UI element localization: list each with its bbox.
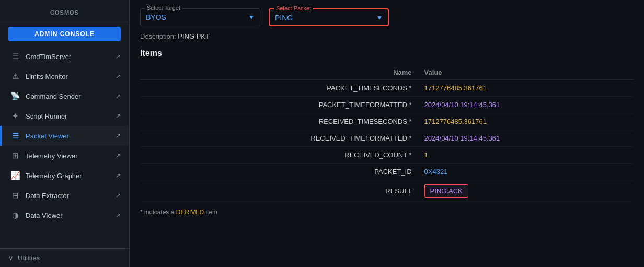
select-packet-arrow: ▼ <box>376 14 383 21</box>
item-name: RECEIVED_COUNT * <box>140 147 418 164</box>
item-value-span: 1712776485.361761 <box>424 84 487 92</box>
items-section-title: Items <box>140 49 634 58</box>
sidebar-label-telemetry-grapher: Telemetry Grapher <box>26 172 82 180</box>
main-content: Select Target BYOS ▼ Select Packet PING … <box>130 0 644 267</box>
command-sender-icon: 📡 <box>10 91 20 101</box>
item-value-span: 1712776485.361761 <box>424 118 487 125</box>
item-value: 1 <box>418 147 634 164</box>
sidebar-item-command-sender[interactable]: 📡 Command Sender ↗ <box>0 86 129 106</box>
item-value: PING:ACK <box>418 180 634 202</box>
sidebar-item-script-runner[interactable]: ✦ Script Runner ↗ <box>0 106 129 126</box>
sidebar-label-data-viewer: Data Viewer <box>26 212 63 219</box>
external-link-icon-telemetry: ↗ <box>116 152 121 159</box>
logo-text: COSMOS <box>8 9 121 16</box>
external-link-icon-extractor: ↗ <box>116 192 121 199</box>
footnote-suffix: item <box>204 208 217 216</box>
table-row: PACKET_ID0X4321 <box>140 164 634 180</box>
sidebar-item-cmdtlmserver[interactable]: ☰ CmdTlmServer ↗ <box>0 47 129 66</box>
script-runner-icon: ✦ <box>10 111 20 121</box>
item-value-span: 2024/04/10 19:14:45.361 <box>424 101 500 109</box>
sidebar-item-telemetry-viewer[interactable]: ⊞ Telemetry Viewer ↗ <box>0 146 129 166</box>
item-value-span: 1 <box>424 151 428 159</box>
item-value: 0X4321 <box>418 164 634 180</box>
item-name: RECEIVED_TIMEFORMATTED * <box>140 130 418 147</box>
items-table: Name Value PACKET_TIMESECONDS *171277648… <box>140 65 634 202</box>
limits-monitor-icon: ⚠ <box>10 72 20 81</box>
description-prefix: Description: <box>140 32 178 40</box>
table-row: PACKET_TIMESECONDS *1712776485.361761 <box>140 80 634 97</box>
select-target-value: BYOS <box>146 13 166 21</box>
app-logo: COSMOS <box>0 0 129 21</box>
data-extractor-icon: ⊟ <box>10 191 20 200</box>
sidebar: COSMOS ADMIN CONSOLE ☰ CmdTlmServer ↗ ⚠ … <box>0 0 130 267</box>
external-link-icon-script: ↗ <box>116 112 121 120</box>
admin-console-button[interactable]: ADMIN CONSOLE <box>8 27 121 41</box>
selectors-row: Select Target BYOS ▼ Select Packet PING … <box>140 8 634 26</box>
item-value: 2024/04/10 19:14:45.361 <box>418 97 634 113</box>
select-packet-label: Select Packet <box>274 5 313 11</box>
item-name: PACKET_TIMESECONDS * <box>140 80 418 97</box>
packet-viewer-icon: ☰ <box>10 131 20 141</box>
sidebar-utilities[interactable]: ∨ Utilities <box>0 248 129 267</box>
sidebar-item-limits-monitor[interactable]: ⚠ Limits Monitor ↗ <box>0 66 129 86</box>
telemetry-grapher-icon: 📈 <box>10 171 20 180</box>
external-link-icon-packet: ↗ <box>116 132 121 140</box>
col-value-header: Value <box>418 65 634 80</box>
item-value: 1712776485.361761 <box>418 113 634 130</box>
sidebar-label-packet-viewer: Packet Viewer <box>26 132 69 140</box>
item-name: RECEIVED_TIMESECONDS * <box>140 113 418 130</box>
sidebar-nav: ☰ CmdTlmServer ↗ ⚠ Limits Monitor ↗ 📡 Co… <box>0 47 129 248</box>
telemetry-viewer-icon: ⊞ <box>10 151 20 160</box>
sidebar-item-telemetry-grapher[interactable]: 📈 Telemetry Grapher ↗ <box>0 166 129 185</box>
sidebar-item-data-viewer[interactable]: ◑ Data Viewer ↗ <box>0 205 129 225</box>
sidebar-label-script-runner: Script Runner <box>26 112 67 120</box>
item-value-span: 0X4321 <box>424 168 448 176</box>
data-viewer-icon: ◑ <box>10 211 20 220</box>
sidebar-label-limits-monitor: Limits Monitor <box>26 73 68 80</box>
sidebar-label-command-sender: Command Sender <box>26 92 81 100</box>
item-value: 1712776485.361761 <box>418 80 634 97</box>
item-value-span: 2024/04/10 19:14:45.361 <box>424 134 500 142</box>
sidebar-label-data-extractor: Data Extractor <box>26 192 69 200</box>
item-name: RESULT <box>140 180 418 202</box>
external-link-icon-command: ↗ <box>116 92 121 100</box>
chevron-down-icon: ∨ <box>8 254 14 262</box>
external-link-icon-grapher: ↗ <box>116 172 121 179</box>
select-packet-value: PING <box>275 14 293 22</box>
table-row: RECEIVED_COUNT *1 <box>140 147 634 164</box>
sidebar-label-cmdtlmserver: CmdTlmServer <box>26 53 71 61</box>
derived-text: DERIVED <box>176 208 204 216</box>
col-name-header: Name <box>140 65 418 80</box>
select-target-label: Select Target <box>145 5 182 11</box>
table-row: PACKET_TIMEFORMATTED *2024/04/10 19:14:4… <box>140 97 634 113</box>
packet-description: Description: PING PKT <box>140 32 634 40</box>
external-link-icon-cmdtlmserver: ↗ <box>116 53 121 60</box>
footnote-prefix: * indicates a <box>140 208 176 216</box>
description-value: PING PKT <box>178 32 210 40</box>
utilities-label: Utilities <box>18 254 40 262</box>
table-row: RECEIVED_TIMEFORMATTED *2024/04/10 19:14… <box>140 130 634 147</box>
cmdtlmserver-icon: ☰ <box>10 52 20 61</box>
external-link-icon-viewer: ↗ <box>116 212 121 219</box>
sidebar-label-telemetry-viewer: Telemetry Viewer <box>26 152 77 160</box>
table-row: RESULTPING:ACK <box>140 180 634 202</box>
item-value: 2024/04/10 19:14:45.361 <box>418 130 634 147</box>
footnote: * indicates a DERIVED item <box>140 208 634 216</box>
select-packet-group[interactable]: Select Packet PING ▼ <box>269 8 389 26</box>
sidebar-item-data-extractor[interactable]: ⊟ Data Extractor ↗ <box>0 185 129 205</box>
table-header-row: Name Value <box>140 65 634 80</box>
item-name: PACKET_TIMEFORMATTED * <box>140 97 418 113</box>
select-target-arrow: ▼ <box>248 14 255 21</box>
item-name: PACKET_ID <box>140 164 418 180</box>
result-value: PING:ACK <box>424 184 468 198</box>
external-link-icon-limits: ↗ <box>116 73 121 80</box>
select-target-group[interactable]: Select Target BYOS ▼ <box>140 8 260 26</box>
sidebar-item-packet-viewer[interactable]: ☰ Packet Viewer ↗ <box>0 126 129 146</box>
table-row: RECEIVED_TIMESECONDS *1712776485.361761 <box>140 113 634 130</box>
